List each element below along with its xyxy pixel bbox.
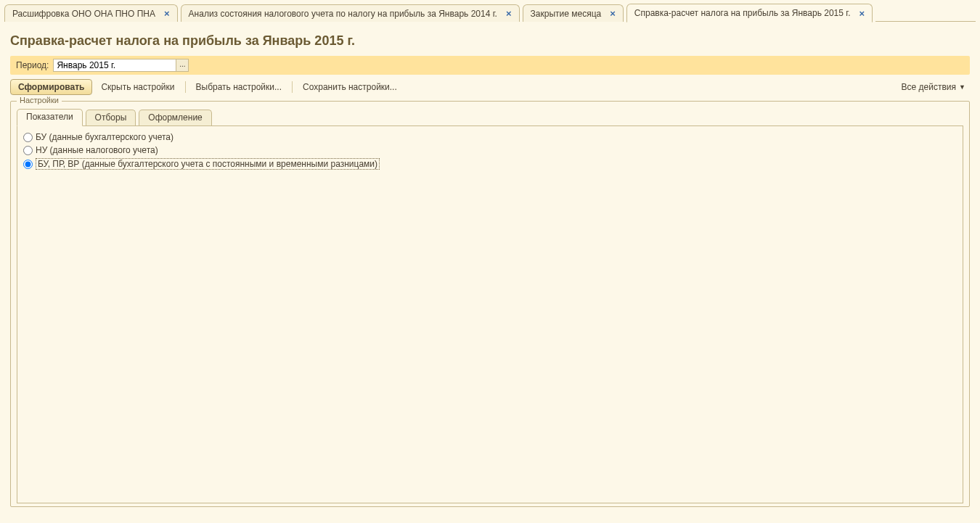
toolbar-separator xyxy=(292,81,293,93)
radio-row-nu[interactable]: НУ (данные налогового учета) xyxy=(23,144,957,157)
radio-label[interactable]: БУ, ПР, ВР (данные бухгалтерского учета … xyxy=(36,158,380,170)
hide-settings-button[interactable]: Скрыть настройки xyxy=(95,80,180,94)
form-button[interactable]: Сформировать xyxy=(10,79,92,95)
radio-label[interactable]: БУ (данные бухгалтерского учета) xyxy=(36,132,173,142)
radio-nu[interactable] xyxy=(23,146,33,155)
tab-2[interactable]: Закрытие месяца × xyxy=(523,4,624,22)
close-icon[interactable]: × xyxy=(506,9,512,18)
choose-settings-button[interactable]: Выбрать настройки... xyxy=(190,80,287,94)
tab-label: Анализ состояния налогового учета по нал… xyxy=(189,9,497,19)
close-icon[interactable]: × xyxy=(164,9,170,18)
toolbar-separator xyxy=(185,81,186,93)
radio-label[interactable]: НУ (данные налогового учета) xyxy=(36,145,158,155)
toolbar: Сформировать Скрыть настройки Выбрать на… xyxy=(10,75,970,99)
settings-tab-label: Показатели xyxy=(26,112,73,122)
settings-tab-indicators[interactable]: Показатели xyxy=(17,109,83,126)
period-input[interactable] xyxy=(53,59,176,72)
tab-label: Закрытие месяца xyxy=(531,9,602,19)
period-bar: Период: ... xyxy=(10,56,970,75)
settings-tabbar: Показатели Отборы Оформление xyxy=(17,109,963,126)
period-label: Период: xyxy=(16,60,49,70)
chevron-down-icon: ▼ xyxy=(959,83,965,91)
radio-row-bu[interactable]: БУ (данные бухгалтерского учета) xyxy=(23,131,957,144)
all-actions-label: Все действия xyxy=(902,82,956,92)
all-actions-dropdown[interactable]: Все действия ▼ xyxy=(897,80,970,94)
tab-label: Справка-расчет налога на прибыль за Янва… xyxy=(634,8,851,18)
radio-row-bu-pr-vr[interactable]: БУ, ПР, ВР (данные бухгалтерского учета … xyxy=(23,157,957,171)
close-icon[interactable]: × xyxy=(859,9,865,18)
close-icon[interactable]: × xyxy=(610,9,616,18)
tab-label: Расшифровка ОНО ОНА ПНО ПНА xyxy=(12,9,155,19)
radio-bu[interactable] xyxy=(23,133,33,142)
tab-underline xyxy=(875,4,976,22)
settings-tab-label: Оформление xyxy=(148,112,202,123)
tab-3[interactable]: Справка-расчет налога на прибыль за Янва… xyxy=(626,4,873,22)
settings-group: Настройки Показатели Отборы Оформление Б… xyxy=(10,101,970,507)
tab-0[interactable]: Расшифровка ОНО ОНА ПНО ПНА × xyxy=(4,4,178,22)
main-tabbar: Расшифровка ОНО ОНА ПНО ПНА × Анализ сос… xyxy=(0,0,980,22)
radio-panel: БУ (данные бухгалтерского учета) НУ (дан… xyxy=(17,126,963,503)
period-picker-button[interactable]: ... xyxy=(176,59,189,72)
page-title: Справка-расчет налога на прибыль за Янва… xyxy=(10,33,970,49)
settings-legend: Настройки xyxy=(17,96,62,104)
tab-1[interactable]: Анализ состояния налогового учета по нал… xyxy=(181,4,520,22)
radio-bu-pr-vr[interactable] xyxy=(23,160,33,169)
settings-tab-label: Отборы xyxy=(95,112,127,123)
settings-tab-filters[interactable]: Отборы xyxy=(86,110,136,125)
save-settings-button[interactable]: Сохранить настройки... xyxy=(297,80,403,94)
settings-tab-appearance[interactable]: Оформление xyxy=(139,110,211,125)
